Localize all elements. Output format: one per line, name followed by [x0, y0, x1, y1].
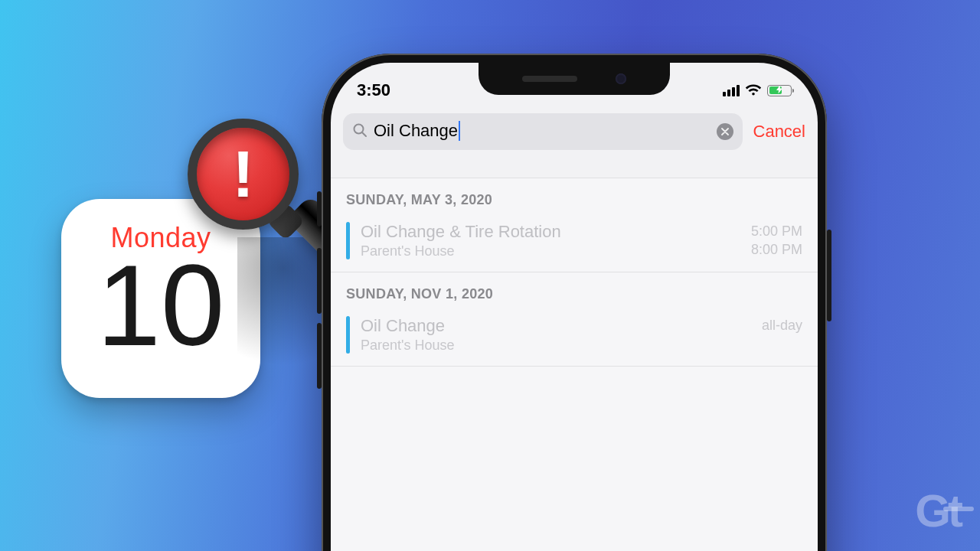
- wifi-icon: [745, 84, 762, 96]
- svg-line-1: [362, 132, 366, 136]
- charging-bolt-icon: [776, 86, 782, 96]
- event-times: all-day: [762, 316, 802, 354]
- status-time: 3:50: [357, 80, 390, 100]
- magnifier-joint: [266, 202, 305, 241]
- calendar-app-icon: Monday 10: [61, 199, 260, 398]
- section-header: SUNDAY, MAY 3, 2020: [331, 178, 818, 216]
- iphone-frame: 3:50: [322, 54, 827, 551]
- side-button-power: [827, 230, 831, 321]
- event-row[interactable]: Oil Change & Tire Rotation Parent's Hous…: [331, 216, 818, 272]
- event-row[interactable]: Oil Change Parent's House all-day: [331, 310, 818, 367]
- speaker-grille: [522, 76, 577, 82]
- search-row: Oil Change Cancel: [343, 113, 805, 150]
- event-info: Oil Change & Tire Rotation Parent's Hous…: [361, 222, 751, 259]
- event-allday: all-day: [762, 316, 802, 334]
- clear-search-button[interactable]: [717, 123, 733, 140]
- search-results[interactable]: SUNDAY, MAY 3, 2020 Oil Change & Tire Ro…: [331, 178, 818, 551]
- text-cursor: [459, 121, 460, 141]
- event-info: Oil Change Parent's House: [361, 316, 762, 354]
- phone-screen: 3:50: [331, 63, 818, 551]
- watermark-logo: Gt: [915, 484, 960, 537]
- event-end-time: 8:00 PM: [751, 240, 802, 259]
- event-location: Parent's House: [361, 337, 762, 354]
- event-title: Oil Change & Tire Rotation: [361, 222, 751, 242]
- event-color-bar: [346, 316, 350, 354]
- search-query-text: Oil Change: [374, 121, 710, 142]
- event-title: Oil Change: [361, 316, 762, 336]
- event-location: Parent's House: [361, 243, 751, 259]
- search-icon: [352, 122, 368, 141]
- event-times: 5:00 PM 8:00 PM: [751, 222, 802, 259]
- section-header: SUNDAY, NOV 1, 2020: [331, 272, 818, 310]
- promo-stage: Monday 10 ! 3:50: [0, 0, 980, 551]
- cancel-button[interactable]: Cancel: [753, 122, 805, 142]
- status-right: [723, 84, 792, 96]
- side-button-vol-up: [317, 248, 322, 314]
- exclamation-icon: !: [232, 136, 254, 212]
- event-color-bar: [346, 222, 350, 259]
- cellular-icon: [723, 85, 740, 96]
- search-input[interactable]: Oil Change: [343, 113, 743, 150]
- notch: [479, 63, 670, 95]
- calendar-icon-date: 10: [97, 248, 225, 363]
- side-button-mute: [317, 191, 322, 227]
- front-camera: [616, 73, 626, 84]
- event-start-time: 5:00 PM: [751, 222, 802, 240]
- side-button-vol-down: [317, 323, 322, 389]
- battery-icon: [767, 85, 792, 96]
